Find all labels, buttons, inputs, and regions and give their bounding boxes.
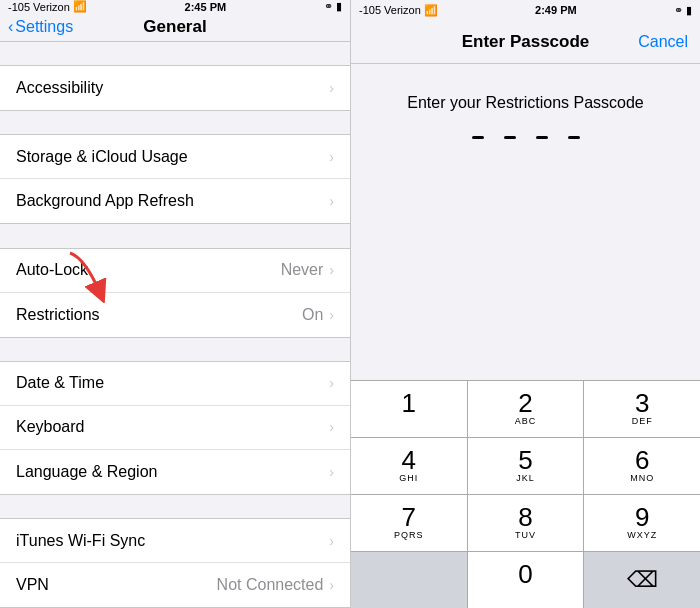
section-accessibility: Accessibility ›	[0, 65, 350, 111]
passcode-dot-2	[504, 136, 516, 139]
language-chevron-icon: ›	[329, 464, 334, 480]
restrictions-label: Restrictions	[16, 306, 302, 324]
key-7[interactable]: 7 PQRS	[351, 495, 468, 551]
left-nav-title: General	[143, 17, 206, 37]
row-restrictions[interactable]: Restrictions On ›	[0, 293, 350, 337]
restrictions-chevron-icon: ›	[329, 307, 334, 323]
right-carrier-text: -105 Verizon	[359, 4, 421, 16]
language-label: Language & Region	[16, 463, 329, 481]
date-time-chevron-icon: ›	[329, 375, 334, 391]
row-date-time[interactable]: Date & Time ›	[0, 362, 350, 406]
itunes-label: iTunes Wi-Fi Sync	[16, 532, 329, 550]
back-button[interactable]: ‹ Settings	[8, 18, 73, 36]
separator-2	[0, 111, 350, 134]
key-0[interactable]: 0	[468, 552, 585, 608]
background-refresh-chevron-icon: ›	[329, 193, 334, 209]
key-5[interactable]: 5 JKL	[468, 438, 585, 494]
right-panel: -105 Verizon 📶 2:49 PM ⚭ ▮ Enter Passcod…	[350, 0, 700, 608]
row-storage[interactable]: Storage & iCloud Usage ›	[0, 135, 350, 179]
vpn-value: Not Connected	[217, 576, 324, 594]
key-9[interactable]: 9 WXYZ	[584, 495, 700, 551]
vpn-chevron-icon: ›	[329, 577, 334, 593]
key-7-num: 7	[402, 504, 416, 530]
left-time: 2:45 PM	[185, 1, 227, 13]
red-arrow-annotation	[50, 248, 120, 303]
left-battery: ⚭ ▮	[324, 0, 342, 13]
key-0-num: 0	[518, 561, 532, 587]
passcode-dot-1	[472, 136, 484, 139]
numpad-row-4: 0 ⌫	[351, 551, 700, 608]
separator-5	[0, 495, 350, 518]
carrier-text: -105 Verizon	[8, 1, 70, 13]
key-4-num: 4	[402, 447, 416, 473]
right-nav-bar: Enter Passcode Cancel	[351, 20, 700, 64]
numpad-row-1: 1 2 ABC 3 DEF	[351, 380, 700, 437]
key-9-sub: WXYZ	[627, 530, 657, 542]
separator-4	[0, 338, 350, 361]
key-8[interactable]: 8 TUV	[468, 495, 585, 551]
left-nav-bar: ‹ Settings General	[0, 13, 350, 42]
left-status-bar: -105 Verizon 📶 2:45 PM ⚭ ▮	[0, 0, 350, 13]
key-2-num: 2	[518, 390, 532, 416]
key-2[interactable]: 2 ABC	[468, 381, 585, 437]
right-battery-icon: ▮	[686, 4, 692, 17]
key-delete[interactable]: ⌫	[584, 552, 700, 608]
autolock-chevron-icon: ›	[329, 262, 334, 278]
autolock-value: Never	[281, 261, 324, 279]
back-label: Settings	[15, 18, 73, 36]
wifi-icon: 📶	[73, 0, 87, 13]
right-wifi-icon: 📶	[424, 4, 438, 17]
right-bluetooth-icon: ⚭	[674, 4, 683, 17]
row-itunes[interactable]: iTunes Wi-Fi Sync ›	[0, 519, 350, 563]
numpad-row-3: 7 PQRS 8 TUV 9 WXYZ	[351, 494, 700, 551]
key-4-sub: GHI	[399, 473, 418, 485]
row-background-refresh[interactable]: Background App Refresh ›	[0, 179, 350, 223]
key-1[interactable]: 1	[351, 381, 468, 437]
vpn-label: VPN	[16, 576, 217, 594]
passcode-dot-4	[568, 136, 580, 139]
key-2-sub: ABC	[515, 416, 537, 428]
section-itunes: iTunes Wi-Fi Sync › VPN Not Connected ›	[0, 518, 350, 608]
key-8-sub: TUV	[515, 530, 536, 542]
keyboard-chevron-icon: ›	[329, 419, 334, 435]
key-3[interactable]: 3 DEF	[584, 381, 700, 437]
passcode-area: Enter your Restrictions Passcode	[351, 64, 700, 380]
key-3-sub: DEF	[632, 416, 653, 428]
key-3-num: 3	[635, 390, 649, 416]
right-time: 2:49 PM	[535, 4, 577, 16]
section-lock: Auto-Lock Never › Restrictions On ›	[0, 248, 350, 338]
key-5-sub: JKL	[516, 473, 535, 485]
restrictions-value: On	[302, 306, 323, 324]
key-9-num: 9	[635, 504, 649, 530]
battery-icon: ▮	[336, 0, 342, 13]
right-status-bar: -105 Verizon 📶 2:49 PM ⚭ ▮	[351, 0, 700, 20]
key-6-num: 6	[635, 447, 649, 473]
passcode-prompt: Enter your Restrictions Passcode	[407, 94, 644, 112]
right-carrier: -105 Verizon 📶	[359, 4, 438, 17]
separator-1	[0, 42, 350, 65]
cancel-button[interactable]: Cancel	[638, 33, 688, 51]
key-empty	[351, 552, 468, 608]
right-nav-title: Enter Passcode	[462, 32, 590, 52]
row-keyboard[interactable]: Keyboard ›	[0, 406, 350, 450]
separator-3	[0, 224, 350, 247]
left-panel: -105 Verizon 📶 2:45 PM ⚭ ▮ ‹ Settings Ge…	[0, 0, 350, 608]
row-vpn[interactable]: VPN Not Connected ›	[0, 563, 350, 607]
key-4[interactable]: 4 GHI	[351, 438, 468, 494]
bluetooth-icon: ⚭	[324, 0, 333, 13]
key-8-num: 8	[518, 504, 532, 530]
key-6[interactable]: 6 MNO	[584, 438, 700, 494]
row-language[interactable]: Language & Region ›	[0, 450, 350, 494]
key-1-num: 1	[402, 390, 416, 416]
section-storage: Storage & iCloud Usage › Background App …	[0, 134, 350, 224]
background-refresh-label: Background App Refresh	[16, 192, 329, 210]
row-accessibility[interactable]: Accessibility ›	[0, 66, 350, 110]
back-chevron-icon: ‹	[8, 18, 13, 36]
section-date: Date & Time › Keyboard › Language & Regi…	[0, 361, 350, 495]
numpad: 1 2 ABC 3 DEF 4 GHI 5 JKL 6	[351, 380, 700, 608]
accessibility-chevron-icon: ›	[329, 80, 334, 96]
key-5-num: 5	[518, 447, 532, 473]
storage-chevron-icon: ›	[329, 149, 334, 165]
right-battery: ⚭ ▮	[674, 4, 692, 17]
storage-label: Storage & iCloud Usage	[16, 148, 329, 166]
